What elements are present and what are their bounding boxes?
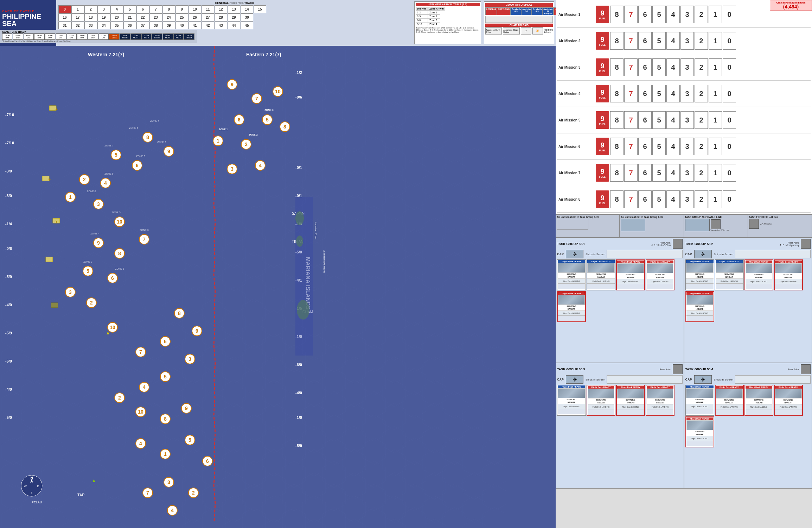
cc-image	[588, 389, 614, 398]
am-num-1-0: 0	[723, 6, 736, 23]
tf58-title: TASK FORCE 58 - At Sea	[749, 216, 811, 218]
jat-die-3: 6-8	[416, 18, 428, 22]
am-num-1-1: 1	[709, 6, 722, 23]
fighters-icon: ✈	[521, 27, 531, 34]
jat-header-die: Die Roll	[416, 7, 428, 11]
svg-text:3: 3	[231, 166, 234, 172]
tg584-cap-label: CAP	[685, 378, 692, 381]
jat-row-2: 3-5 Zone 2	[416, 14, 480, 18]
svg-text:ZONE 4: ZONE 4	[150, 120, 159, 122]
svg-text:9: 9	[231, 82, 234, 87]
cc-image	[775, 389, 802, 398]
svg-text:Japanese Exit Hexes: Japanese Exit Hexes	[323, 250, 326, 273]
air-mission-row-2: Air Mission 29FUEL876543210	[557, 28, 811, 54]
am-fuel-box-3: 9FUEL	[596, 58, 609, 76]
svg-text:1: 1	[217, 138, 219, 144]
svg-text:-0/6: -0/6	[295, 95, 302, 99]
cc-landing: Flight Deck LANDING	[617, 404, 644, 409]
grt-cell-9: 9	[175, 5, 188, 13]
cc-landing: Flight Deck LANDING	[647, 279, 673, 284]
am-num-7-8: 8	[610, 164, 624, 182]
cp-value: (4,494)	[771, 4, 811, 10]
carrier-card: Flight Deck READY SERVICING HANGAR Fligh…	[715, 259, 744, 290]
gtt-cell-16: 0250NIGHT	[173, 33, 184, 40]
cc-hangar-label: HANGAR	[686, 401, 714, 404]
svg-text:2: 2	[118, 395, 121, 401]
am-num-5-8: 8	[610, 111, 624, 129]
am-num-6-1: 1	[709, 138, 722, 155]
tg582-ships-label: Ships in Screen	[714, 253, 734, 256]
am-num-2-4: 4	[666, 32, 680, 50]
am-num-8-4: 4	[666, 190, 680, 208]
air-mission-row-7: Air Mission 79FUEL876543210	[557, 160, 811, 186]
svg-text:8: 8	[178, 310, 181, 316]
cc-hangar-label: HANGAR	[775, 276, 802, 279]
cc-image	[647, 389, 673, 398]
svg-text:3: 3	[97, 201, 100, 207]
am-num-3-0: 0	[723, 58, 736, 76]
cc-status-label: SERVICING	[558, 305, 585, 308]
gtt-cell-10: 1850*DUSK	[109, 33, 119, 40]
jat-note: If arrives within 8 hexes of a US carrie…	[416, 27, 480, 33]
cc-status-label: SERVICING	[588, 398, 614, 401]
grt-cell-28: 28	[215, 13, 227, 21]
am-num-6-6: 6	[638, 138, 652, 155]
am-fuel-box-5: 9FUEL	[596, 111, 609, 129]
jat-die-1: 1-2	[416, 11, 428, 14]
cc-hangar-label: HANGAR	[686, 433, 713, 436]
cc-ready-title: Flight Deck READY	[558, 385, 585, 388]
svg-rect-0	[0, 46, 556, 528]
japanese-sunk-ships: Japanese Sunk Ships	[485, 27, 502, 34]
air-mission-row-8: Air Mission 89FUEL876543210	[557, 186, 811, 213]
cc-status-label: SERVICING	[746, 273, 772, 276]
jat-zone-2: Zone 2	[428, 14, 440, 18]
svg-text:ZONE 5: ZONE 5	[111, 211, 120, 214]
svg-text:6: 6	[206, 458, 209, 464]
grt-cell-44: 44	[228, 21, 240, 29]
svg-text:ZONE 5: ZONE 5	[104, 172, 113, 175]
cc-ready-title: Flight Deck READY	[558, 292, 585, 295]
cc-status-label: SERVICING	[686, 305, 713, 308]
cc-ready-title: Flight Deck READY	[617, 260, 644, 263]
cc-status-label: SERVICING	[746, 398, 772, 401]
am-label-8: Air Mission 8	[557, 197, 596, 201]
svg-text:7: 7	[143, 237, 146, 242]
tg584-cap-row: CAP ✈ Ships in Screen	[685, 375, 811, 384]
svg-text:4: 4	[259, 163, 262, 168]
am-num-4-3: 3	[680, 85, 694, 102]
svg-text:-1/4: -1/4	[5, 222, 12, 226]
svg-text:9: 9	[97, 240, 100, 246]
tg582-admiral-img	[801, 239, 811, 249]
tg584-admiral-rank: Rear Adm.	[788, 368, 799, 371]
am-label-1: Air Mission 1	[557, 13, 596, 17]
carrier-card: Flight Deck READY SERVICING HANGAR Fligh…	[557, 291, 586, 322]
am-num-5-1: 1	[709, 111, 722, 129]
grt-cell-45: 45	[241, 21, 253, 29]
tg582-carriers: Flight Deck READY SERVICING HANGAR Fligh…	[685, 259, 811, 322]
svg-text:-5/9: -5/9	[5, 331, 12, 335]
svg-text:5: 5	[164, 374, 167, 379]
task-group-587-panel: TASK GROUP 58.7 GATLE LINE Vice Adm. W.A…	[684, 215, 748, 237]
tg581-admiral-img	[673, 239, 683, 249]
svg-text:Eastern 7.21(7): Eastern 7.21(7)	[246, 52, 281, 57]
am-num-4-5: 5	[652, 85, 666, 102]
svg-text:10: 10	[138, 409, 143, 415]
carrier-card: Flight Deck READY SERVICING HANGAR Fligh…	[646, 385, 674, 416]
am-num-8-0: 0	[723, 190, 736, 208]
tg587-title: TASK GROUP 58.7 GATLE LINE	[685, 216, 747, 218]
am-num-1-5: 5	[652, 6, 666, 23]
am-label-6: Air Mission 6	[557, 145, 596, 149]
critical-point-box: Critical Point Elimination (4,494)	[770, 0, 812, 11]
jat-zone-3: Zone 3	[428, 18, 440, 22]
tg583-admiral-img	[673, 364, 683, 374]
grt-cell-40: 40	[175, 21, 188, 29]
cc-ready-title: Flight Deck READY	[746, 260, 772, 263]
am-num-2-3: 3	[680, 32, 694, 50]
grt-cell-2: 2	[84, 5, 97, 13]
am-num-3-3: 3	[680, 58, 694, 76]
cc-landing: Flight Deck LANDING	[587, 278, 615, 283]
cc-ready-title: Flight Deck READY	[588, 386, 614, 389]
am-num-1-4: 4	[666, 6, 680, 23]
tg584-carriers: Flight Deck READY SERVICING HANGAR Fligh…	[685, 385, 811, 447]
cc-landing: Flight Deck LANDING	[686, 436, 713, 441]
